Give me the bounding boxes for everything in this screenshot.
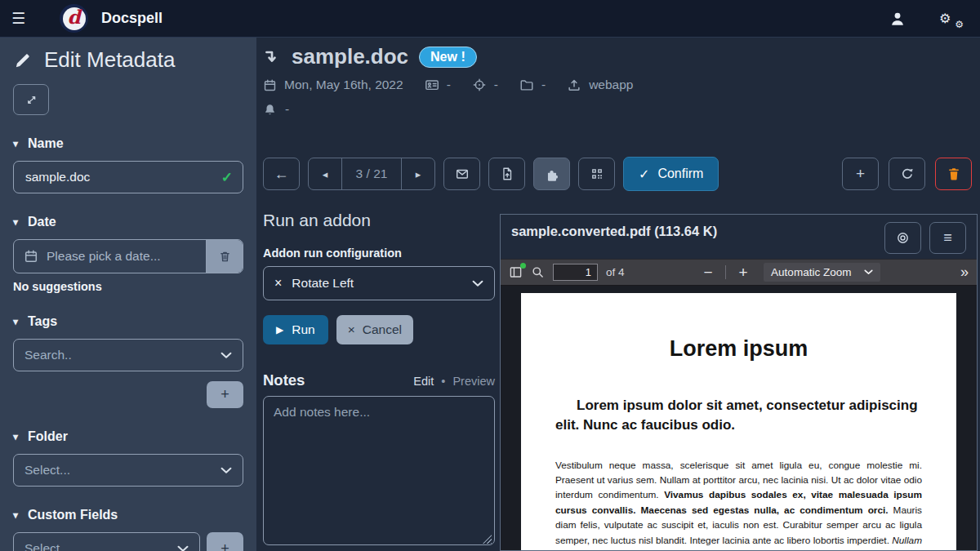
attachment-menu-button[interactable]: ≡ — [929, 222, 966, 254]
pdfjs-toolbar: of 4 − + Automatic Zoom » — [501, 259, 977, 286]
section-heading-tags[interactable]: ▾ Tags — [13, 314, 243, 329]
custom-fields-row: Select... + — [13, 522, 243, 551]
pdf-page: Lorem ipsum Lorem ipsum dolor sit amet, … — [521, 293, 956, 550]
pdf-doc-paragraph: Vestibulum neque massa, scelerisque sit … — [555, 458, 922, 550]
run-addon-button[interactable]: ▶ Run — [263, 315, 328, 344]
notes-textarea[interactable] — [263, 396, 495, 545]
item-title-row: sample.doc New ! — [263, 44, 633, 69]
pdf-page-input[interactable] — [553, 264, 598, 281]
item-correspondent: - — [447, 78, 451, 92]
bullet-separator: • — [441, 375, 445, 388]
cancel-addon-button[interactable]: × Cancel — [336, 315, 413, 344]
pdf-doc-subheading: Lorem ipsum dolor sit amet, consectetur … — [555, 396, 922, 435]
top-navbar: ☰ d Docspell ⚙⚙ — [0, 0, 980, 38]
pdf-viewer-area[interactable]: Lorem ipsum Lorem ipsum dolor sit amet, … — [501, 286, 977, 550]
pdf-sidebar-toggle-button[interactable] — [509, 265, 523, 279]
pdf-page-count: of 4 — [606, 266, 625, 278]
pager-group: ◂ 3 / 21 ▸ — [308, 158, 435, 190]
pencil-icon — [13, 51, 33, 70]
notes-edit-link[interactable]: Edit — [413, 375, 434, 388]
add-item-button[interactable]: + — [842, 158, 879, 190]
expand-sidebar-button[interactable] — [13, 84, 49, 115]
settings-gears-icon[interactable]: ⚙⚙ — [939, 11, 960, 26]
next-triangle-icon: ▸ — [416, 168, 421, 180]
pdf-search-button[interactable] — [531, 265, 545, 279]
send-mail-button[interactable] — [443, 158, 480, 190]
date-heading-label: Date — [28, 215, 56, 229]
tags-search-dropdown[interactable]: Search.. — [13, 339, 243, 371]
item-due-row: - — [263, 102, 633, 117]
qr-code-button[interactable] — [578, 158, 615, 190]
name-input[interactable] — [24, 169, 213, 185]
addon-heading: Run an addon — [263, 211, 495, 230]
preview-eye-button[interactable] — [884, 222, 921, 254]
zoom-out-button[interactable]: − — [699, 264, 717, 282]
refresh-icon — [900, 167, 915, 181]
clear-selection-icon[interactable]: × — [274, 276, 282, 291]
item-folder: - — [541, 78, 546, 92]
reload-button[interactable] — [889, 158, 925, 190]
section-heading-date[interactable]: ▾ Date — [13, 215, 243, 229]
zoom-in-button[interactable]: + — [734, 264, 752, 282]
page-title: Edit Metadata — [44, 47, 175, 73]
tags-heading-label: Tags — [28, 314, 57, 329]
chevron-down-icon — [177, 545, 189, 551]
docspell-logo-glyph: d — [68, 7, 81, 26]
times-icon: × — [348, 322, 355, 337]
back-button[interactable]: ← — [263, 158, 300, 190]
addon-config-label: Addon run configuration — [263, 247, 495, 260]
tags-actions-row: + — [13, 381, 243, 408]
plus-icon: + — [220, 386, 229, 403]
attach-file-button[interactable] — [488, 158, 525, 190]
menu-bars-icon: ≡ — [943, 229, 952, 247]
delete-item-button[interactable] — [935, 158, 972, 190]
name-field: ✓ — [13, 161, 243, 193]
next-item-button[interactable]: ▸ — [402, 158, 434, 189]
notes-preview-link[interactable]: Preview — [452, 375, 495, 388]
confirm-button[interactable]: ✓ Confirm — [623, 157, 719, 191]
upload-icon — [567, 78, 581, 92]
plus-icon: + — [220, 540, 229, 551]
folder-dropdown[interactable]: Select... — [13, 454, 243, 487]
toolbar-right-group: + — [842, 158, 972, 190]
section-heading-folder[interactable]: ▾ Folder — [13, 429, 243, 444]
addons-button[interactable] — [533, 158, 570, 190]
chevron-down-icon — [220, 467, 232, 474]
prev-item-button[interactable]: ◂ — [309, 158, 341, 189]
custom-field-dropdown[interactable]: Select... — [13, 532, 200, 551]
addon-config-dropdown[interactable]: × Rotate Left — [263, 266, 495, 300]
caret-down-icon: ▾ — [13, 316, 18, 327]
custom-field-placeholder: Select... — [24, 541, 70, 551]
calendar-icon — [263, 78, 277, 92]
section-heading-custom-fields[interactable]: ▾ Custom Fields — [13, 508, 243, 522]
plus-icon: + — [856, 165, 865, 183]
toolbar-more-tools-button[interactable]: » — [960, 264, 969, 281]
attachment-title: sample.converted.pdf (113.64 K) — [511, 222, 738, 242]
hamburger-menu-icon[interactable]: ☰ — [11, 9, 25, 28]
item-concerning: - — [494, 78, 498, 92]
pdf-header-buttons: ≡ — [884, 222, 966, 254]
calendar-icon — [24, 249, 38, 264]
zoom-level-value: Automatic Zoom — [771, 266, 851, 278]
folder-placeholder: Select... — [24, 463, 70, 478]
date-picker-field[interactable]: Please pick a date... — [14, 240, 206, 273]
clear-date-button[interactable] — [206, 240, 243, 273]
folder-icon — [519, 78, 534, 92]
caret-down-icon: ▾ — [13, 509, 18, 521]
date-placeholder: Please pick a date... — [47, 249, 161, 264]
pdf-preview-panel: sample.converted.pdf (113.64 K) ≡ — [500, 214, 978, 551]
qr-code-icon — [590, 167, 604, 181]
add-custom-field-button[interactable]: + — [207, 532, 243, 551]
toolbar-divider — [725, 265, 726, 279]
user-account-icon[interactable] — [889, 10, 906, 28]
zoom-level-select[interactable]: Automatic Zoom — [764, 263, 880, 282]
valid-check-icon: ✓ — [221, 169, 233, 186]
trash-outline-icon — [218, 250, 232, 264]
add-tag-button[interactable]: + — [207, 381, 243, 408]
custom-fields-heading-label: Custom Fields — [28, 508, 118, 522]
addon-notes-column: Run an addon Addon run configuration × R… — [263, 211, 495, 551]
notes-textarea-wrap — [263, 396, 495, 549]
addon-selected-value: Rotate Left — [292, 276, 354, 291]
prev-triangle-icon: ◂ — [323, 168, 328, 180]
section-heading-name[interactable]: ▾ Name — [13, 136, 243, 151]
